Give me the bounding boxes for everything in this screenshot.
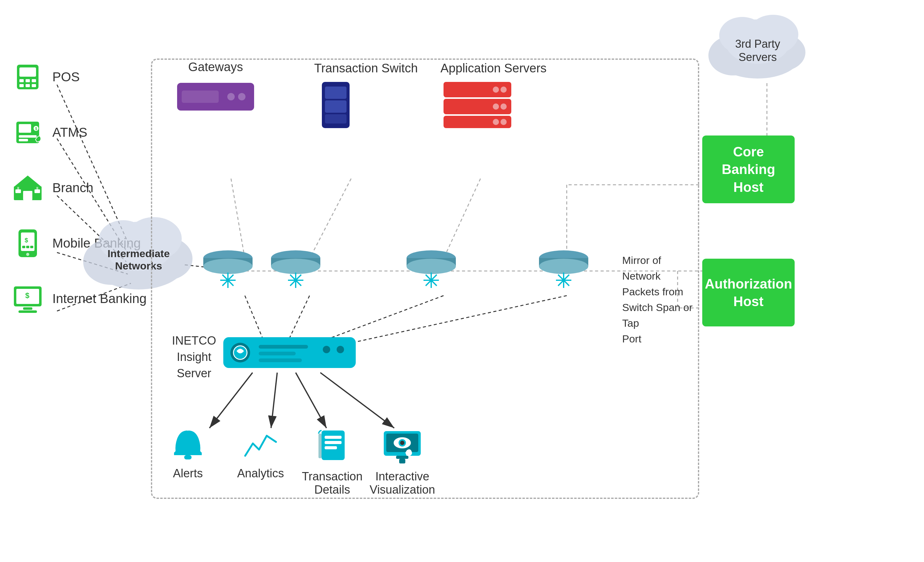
svg-rect-43 [17, 187, 19, 190]
svg-rect-37 [19, 139, 28, 141]
auth-host-box: Authorization Host [702, 259, 795, 327]
svg-rect-131 [321, 430, 345, 460]
svg-point-116 [539, 259, 588, 274]
svg-marker-39 [14, 175, 42, 187]
router-3 [400, 243, 462, 294]
svg-rect-55 [18, 310, 37, 313]
svg-rect-132 [325, 436, 342, 439]
svg-rect-134 [325, 446, 337, 449]
svg-rect-51 [30, 246, 33, 248]
svg-rect-36 [19, 135, 37, 138]
transaction-label: Transaction Details [302, 470, 363, 496]
svg-rect-50 [26, 246, 29, 248]
alerts-label: Alerts [173, 467, 202, 480]
svg-point-87 [501, 103, 507, 109]
svg-point-75 [238, 93, 246, 100]
pos-label: POS [52, 70, 80, 84]
app-servers-section: Application Servers [441, 60, 547, 131]
svg-rect-33 [19, 124, 31, 133]
mobile-icon: $ [12, 228, 43, 259]
svg-rect-78 [325, 87, 346, 99]
app-servers-label: Application Servers [441, 60, 547, 76]
core-banking-label: Core Banking Host [708, 143, 789, 196]
svg-text:$: $ [35, 127, 37, 131]
svg-rect-128 [259, 352, 296, 355]
transaction-output: Transaction Details [302, 428, 363, 496]
router-2 [265, 243, 327, 294]
visualization-label: Interactive Visualization [370, 470, 435, 496]
alerts-output: Alerts [172, 428, 203, 480]
svg-rect-28 [32, 79, 36, 82]
svg-rect-25 [20, 67, 36, 77]
mirror-label: Mirror of Network Packets from Switch Sp… [622, 253, 702, 347]
branch-item: Branch [12, 172, 147, 203]
analytics-label: Analytics [237, 467, 284, 480]
tx-switch-label: Transaction Switch [314, 60, 418, 76]
pos-icon [12, 61, 43, 92]
auth-host-label: Authorization Host [705, 275, 792, 310]
svg-point-88 [493, 119, 499, 125]
third-party-cloud: 3rd Party Servers [705, 9, 810, 84]
svg-point-97 [226, 279, 230, 282]
svg-point-84 [493, 87, 499, 93]
svg-rect-141 [396, 456, 408, 459]
svg-text:Servers: Servers [739, 51, 777, 63]
core-banking-box: Core Banking Host [702, 135, 795, 203]
svg-point-140 [400, 441, 404, 445]
analytics-output: Analytics [237, 428, 284, 480]
router-1 [197, 243, 259, 294]
svg-rect-26 [20, 79, 24, 82]
svg-text:$: $ [25, 291, 30, 300]
svg-point-74 [227, 93, 235, 100]
router-4 [533, 243, 594, 294]
svg-rect-49 [22, 246, 25, 248]
branch-label: Branch [52, 180, 93, 195]
inetco-label: INETCO Insight Server [163, 333, 225, 382]
svg-point-113 [429, 279, 433, 282]
svg-point-89 [501, 119, 507, 125]
atms-item: $ ATMS [12, 117, 147, 148]
gateways-section: Gateways [176, 60, 256, 116]
inetco-server [222, 333, 357, 374]
internet-icon: $ [12, 283, 43, 314]
svg-point-126 [337, 346, 344, 353]
svg-rect-29 [20, 84, 24, 87]
svg-rect-127 [259, 345, 308, 349]
gateways-label: Gateways [176, 60, 256, 74]
svg-point-100 [271, 259, 320, 274]
svg-rect-80 [325, 114, 346, 123]
atms-label: ATMS [52, 125, 87, 140]
diagram: POS $ ATMS [0, 0, 924, 562]
svg-point-125 [323, 346, 330, 353]
svg-point-47 [26, 253, 29, 256]
svg-point-108 [406, 259, 456, 274]
svg-rect-79 [325, 100, 346, 113]
svg-rect-142 [399, 459, 405, 463]
branch-icon [12, 172, 43, 203]
svg-point-85 [501, 87, 507, 93]
svg-rect-40 [23, 191, 32, 200]
visualization-output: Interactive Visualization [370, 428, 435, 496]
tx-switch-section: Transaction Switch [314, 60, 418, 131]
svg-rect-135 [318, 433, 321, 458]
svg-point-92 [203, 259, 252, 274]
svg-point-86 [493, 103, 499, 109]
svg-rect-76 [182, 90, 219, 103]
svg-text:3rd Party: 3rd Party [735, 37, 780, 50]
svg-rect-54 [23, 307, 32, 310]
atms-icon: $ [12, 117, 43, 148]
svg-rect-27 [26, 79, 30, 82]
svg-text:$: $ [25, 237, 28, 244]
svg-rect-130 [184, 455, 192, 459]
svg-rect-30 [26, 84, 30, 87]
svg-point-121 [562, 279, 566, 282]
svg-rect-31 [32, 84, 36, 87]
svg-rect-129 [259, 358, 302, 362]
svg-point-105 [294, 279, 297, 282]
svg-rect-44 [36, 187, 38, 190]
pos-item: POS [12, 61, 147, 92]
svg-rect-133 [325, 441, 342, 444]
